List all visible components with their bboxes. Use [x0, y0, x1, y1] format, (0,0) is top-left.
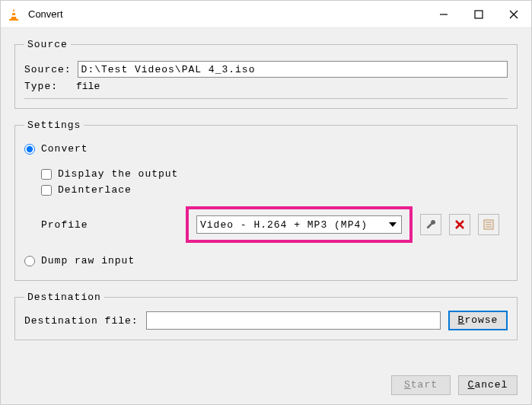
display-output-input[interactable]	[41, 169, 52, 180]
destination-legend: Destination	[24, 292, 104, 303]
svg-marker-0	[11, 8, 17, 20]
convert-radio-label: Convert	[41, 143, 88, 155]
profile-row: Profile Video - H.264 + MP3 (MP4)	[24, 206, 508, 243]
source-input[interactable]	[78, 61, 508, 78]
profile-highlight: Video - H.264 + MP3 (MP4)	[186, 206, 413, 243]
dump-radio[interactable]: Dump raw input	[24, 255, 508, 266]
minimize-button[interactable]	[426, 1, 461, 27]
window-controls	[426, 1, 531, 27]
chevron-down-icon	[389, 222, 397, 227]
edit-profile-button[interactable]	[420, 214, 441, 235]
new-profile-button[interactable]	[478, 214, 499, 235]
source-label: Source:	[24, 64, 72, 75]
source-group: Source Source: Type: file	[14, 39, 518, 109]
dump-radio-label: Dump raw input	[41, 255, 135, 266]
settings-legend: Settings	[24, 120, 84, 131]
display-output-label: Display the output	[58, 168, 178, 180]
close-button[interactable]	[496, 1, 531, 27]
type-label: Type:	[24, 81, 70, 92]
vlc-cone-icon	[7, 8, 21, 21]
dump-radio-input[interactable]	[24, 256, 35, 266]
deinterlace-checkbox[interactable]: Deinterlace	[41, 184, 508, 196]
titlebar: Convert	[1, 1, 531, 28]
destination-group: Destination Destination file: Browse	[14, 292, 518, 340]
profile-label: Profile	[41, 219, 186, 231]
svg-rect-1	[12, 11, 15, 13]
type-value: file	[76, 81, 100, 92]
svg-rect-5	[475, 11, 483, 18]
start-button[interactable]: Start	[391, 375, 451, 395]
convert-radio-input[interactable]	[24, 144, 35, 155]
footer: Start Cancel	[1, 375, 531, 404]
deinterlace-input[interactable]	[41, 185, 52, 196]
wrench-icon	[425, 218, 437, 231]
source-row: Source:	[24, 61, 508, 78]
deinterlace-label: Deinterlace	[58, 184, 132, 196]
convert-window: Convert Source Source: Type: file	[0, 0, 532, 405]
maximize-button[interactable]	[461, 1, 496, 27]
svg-rect-3	[9, 19, 18, 21]
display-output-checkbox[interactable]: Display the output	[41, 168, 508, 180]
type-row: Type: file	[24, 81, 508, 99]
delete-x-icon	[454, 219, 465, 230]
browse-button[interactable]: Browse	[448, 311, 508, 330]
destination-file-input[interactable]	[146, 311, 441, 330]
source-legend: Source	[24, 39, 71, 50]
delete-profile-button[interactable]	[449, 214, 470, 235]
window-title: Convert	[28, 8, 426, 20]
content-area: Source Source: Type: file Settings Conve…	[1, 28, 531, 375]
destination-row: Destination file: Browse	[24, 311, 508, 330]
cancel-button[interactable]: Cancel	[458, 375, 518, 395]
convert-radio[interactable]: Convert	[24, 143, 508, 155]
destination-file-label: Destination file:	[24, 315, 139, 327]
new-profile-icon	[483, 218, 495, 231]
svg-rect-2	[11, 15, 16, 17]
profile-value: Video - H.264 + MP3 (MP4)	[200, 219, 389, 231]
settings-group: Settings Convert Display the output Dein…	[14, 120, 518, 281]
profile-select[interactable]: Video - H.264 + MP3 (MP4)	[196, 215, 402, 234]
